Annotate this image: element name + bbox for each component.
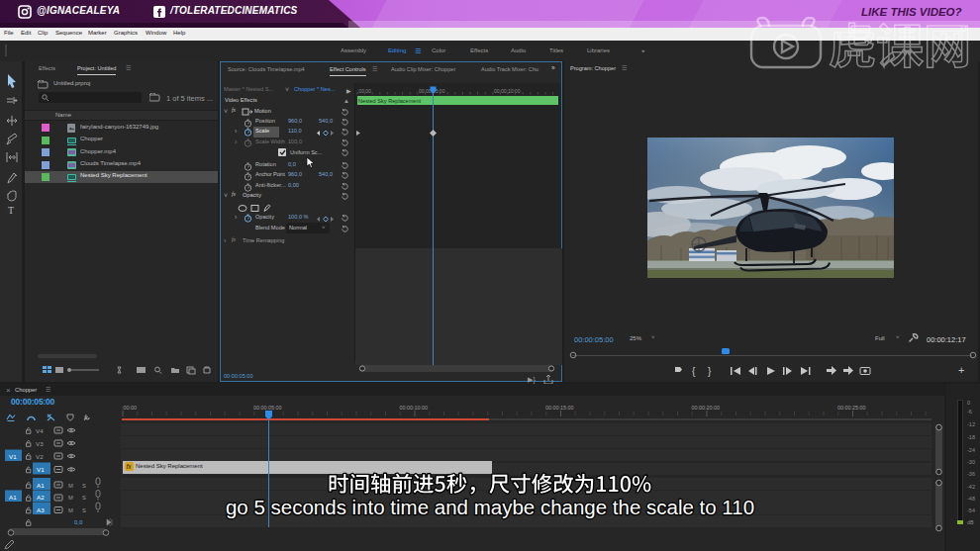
svg-text:S: S <box>82 483 86 489</box>
svg-text:-18: -18 <box>967 434 975 440</box>
svg-text:-30: -30 <box>967 459 975 465</box>
svg-text:V2: V2 <box>36 453 44 460</box>
svg-text:V4: V4 <box>36 427 44 434</box>
svg-text:-42: -42 <box>967 484 975 490</box>
svg-text:V1: V1 <box>37 466 45 473</box>
svg-text:-12: -12 <box>967 421 975 427</box>
svg-text:0: 0 <box>967 400 970 406</box>
svg-text:A1: A1 <box>37 482 45 489</box>
svg-text:{: { <box>692 366 696 377</box>
svg-text:00:00:10:00: 00:00:10:00 <box>400 405 428 411</box>
svg-text:00:00:15:00: 00:00:15:00 <box>545 405 573 411</box>
svg-text::00:00: :00:00 <box>122 405 137 411</box>
svg-text:V1: V1 <box>9 453 17 460</box>
svg-text:go 5 seconds into time and may: go 5 seconds into time and maybe change … <box>226 496 754 518</box>
svg-text:-36: -36 <box>967 471 975 477</box>
svg-text:-6: -6 <box>967 409 972 414</box>
svg-text:00:00:20:00: 00:00:20:00 <box>692 405 720 411</box>
svg-text:-24: -24 <box>967 447 975 453</box>
svg-text:00:00:25:00: 00:00:25:00 <box>837 405 865 411</box>
svg-text:M: M <box>68 483 73 489</box>
svg-text:}: } <box>708 366 712 377</box>
svg-text:V3: V3 <box>36 440 44 447</box>
svg-text:T: T <box>8 205 14 216</box>
